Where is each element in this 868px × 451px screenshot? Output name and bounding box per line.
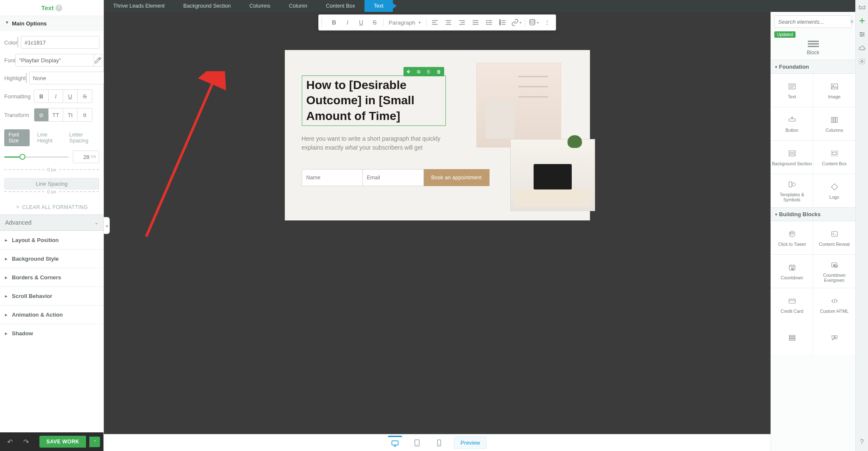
el-image[interactable]: Image (813, 74, 855, 107)
align-left-icon[interactable] (429, 17, 441, 28)
section-layout[interactable]: ▸Layout & Position (0, 231, 103, 249)
close-icon[interactable]: ✕ (850, 19, 854, 25)
email-field[interactable] (363, 169, 424, 186)
el-countdown-eg[interactable]: 12Countdown Evergreen (813, 255, 855, 288)
el-click-tweet[interactable]: Click to Tweet (771, 221, 813, 254)
section-background[interactable]: ▸Background Style (0, 249, 103, 268)
bold-button[interactable]: B (34, 90, 49, 103)
align-justify-icon[interactable] (470, 17, 481, 28)
el-text[interactable]: Text (771, 74, 813, 107)
section-foundation[interactable]: ▾Foundation (771, 60, 855, 74)
trash-icon[interactable]: 🗑 (434, 67, 444, 76)
color-input[interactable] (21, 36, 100, 49)
transform-none-button[interactable]: ⊘ (34, 109, 49, 121)
tab-line-height[interactable]: Line Height (33, 129, 62, 146)
duplicate-icon[interactable]: ⧉ (414, 67, 424, 76)
el-extra-b[interactable]: D (813, 321, 855, 354)
color-swatch[interactable] (17, 37, 18, 47)
el-countdown[interactable]: 12Countdown (771, 255, 813, 288)
crumb-column[interactable]: Column (280, 0, 317, 12)
crumb-thrive-leads[interactable]: Thrive Leads Element (104, 0, 174, 12)
list-ol-icon[interactable]: 123 (497, 17, 509, 28)
link-icon[interactable]: ▾ (510, 17, 522, 28)
section-scroll[interactable]: ▸Scroll Behavior (0, 287, 103, 305)
undo-button[interactable]: ↶ (3, 435, 16, 448)
redo-button[interactable]: ↷ (19, 435, 32, 448)
search-input[interactable] (778, 19, 850, 25)
cloud-icon[interactable] (857, 43, 867, 53)
device-tablet-icon[interactable] (410, 436, 424, 450)
el-templates[interactable]: Templates & Symbols (771, 174, 813, 207)
calendar-icon: 12 (786, 262, 798, 273)
font-size-slider[interactable] (4, 156, 69, 158)
advanced-toggle[interactable]: Advanced ⌄ (0, 214, 103, 231)
section-animation[interactable]: ▸Animation & Action (0, 305, 103, 324)
name-field[interactable] (302, 169, 363, 186)
save-more-button[interactable]: ⌃ (89, 437, 100, 447)
line-spacing-button[interactable]: Line Spacing (4, 178, 99, 189)
device-desktop-icon[interactable] (388, 436, 402, 450)
section-shadow[interactable]: ▸Shadow (0, 324, 103, 342)
list-ul-icon[interactable] (483, 17, 495, 28)
help-icon[interactable]: ? (56, 5, 62, 11)
paragraph-select[interactable]: Paragraph▾ (386, 17, 423, 28)
bold-button[interactable]: B (328, 17, 340, 28)
database-icon[interactable]: ▾ (528, 17, 540, 28)
el-extra-a[interactable] (771, 321, 813, 354)
save-button[interactable]: SAVE WORK (39, 436, 86, 448)
section-main-options[interactable]: ▸ Main Options (0, 16, 103, 31)
el-content-box[interactable]: Content Box (813, 141, 855, 174)
strike-button[interactable]: S (78, 90, 92, 103)
headline-text[interactable]: How to [Desirable Outcome] in [Small Amo… (302, 75, 446, 126)
clear-formatting-button[interactable]: CLEAR ALL FORMATTING (0, 200, 103, 214)
drag-handle-icon[interactable] (321, 18, 325, 27)
align-right-icon[interactable] (456, 17, 468, 28)
el-custom-html[interactable]: Custom HTML (813, 288, 855, 321)
tab-font-size[interactable]: Font Size (4, 129, 30, 146)
el-content-reveal[interactable]: Content Reveal (813, 221, 855, 254)
pencil-icon[interactable] (94, 54, 102, 67)
copy-icon[interactable]: ⎘ (424, 67, 434, 76)
highlight-input[interactable] (29, 72, 108, 84)
italic-button[interactable]: I (49, 90, 63, 103)
crumb-content-box[interactable]: Content Box (317, 0, 364, 12)
el-columns[interactable]: Columns (813, 107, 855, 140)
tab-letter-spacing[interactable]: Letter Spacing (65, 129, 99, 146)
italic-button[interactable]: I (342, 17, 353, 28)
align-center-icon[interactable] (442, 17, 454, 28)
sliders-icon[interactable] (857, 30, 867, 39)
panel-collapse-handle[interactable]: ◂ (104, 217, 110, 234)
crumb-columns[interactable]: Columns (240, 0, 279, 12)
plus-icon[interactable] (857, 16, 867, 25)
mail-icon[interactable] (857, 3, 867, 12)
el-logo[interactable]: Logo (813, 174, 855, 207)
more-icon[interactable]: ⋮ (541, 17, 553, 28)
transform-upper-button[interactable]: TT (49, 109, 63, 121)
section-borders[interactable]: ▸Borders & Corners (0, 268, 103, 287)
el-bg-section[interactable]: Background Section (771, 141, 813, 174)
svg-rect-26 (831, 184, 837, 190)
font-input[interactable] (15, 54, 94, 67)
block-element[interactable]: Block (771, 39, 855, 56)
el-button[interactable]: Button (771, 107, 813, 140)
underline-button[interactable]: U (355, 17, 367, 28)
highlight-swatch[interactable] (26, 73, 27, 83)
device-mobile-icon[interactable] (432, 436, 446, 450)
crumb-background-section[interactable]: Background Section (174, 0, 240, 12)
underline-button[interactable]: U (63, 90, 78, 103)
crumb-text[interactable]: Text (364, 0, 393, 12)
columns-icon (828, 114, 841, 125)
el-credit-card[interactable]: Credit Card (771, 288, 813, 321)
strike-button[interactable]: S (369, 17, 381, 28)
transform-lower-button[interactable]: tt (78, 109, 92, 121)
section-building-blocks[interactable]: ▾Building Blocks (771, 207, 855, 221)
gear-icon[interactable] (857, 57, 867, 66)
svg-point-0 (487, 20, 487, 21)
font-size-input[interactable]: 28 PX (73, 150, 99, 163)
preview-button[interactable]: Preview (454, 437, 486, 449)
help-icon[interactable]: ? (857, 437, 867, 447)
slider-thumb[interactable] (19, 154, 25, 160)
body-text[interactable]: Here you want to write a short paragraph… (302, 134, 446, 152)
transform-title-button[interactable]: Tt (63, 109, 78, 121)
move-icon[interactable]: ✥ (403, 67, 414, 76)
